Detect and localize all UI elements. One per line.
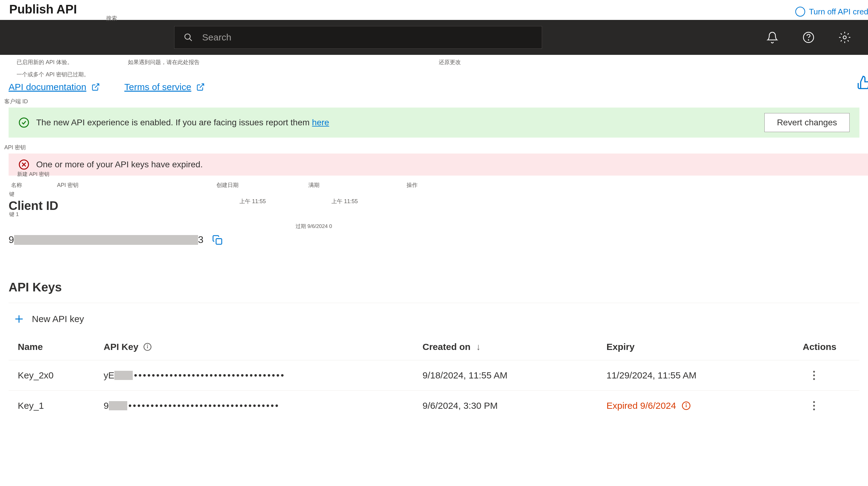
top-bar [0, 20, 868, 55]
th-api-key[interactable]: API Key [104, 342, 423, 352]
links-row: API documentation Terms of service [0, 82, 868, 97]
report-here-link[interactable]: here [312, 118, 329, 127]
small-table-header-cn: 名称 API 密钥 创建日期 满期 操作 [0, 178, 868, 192]
svg-point-5 [843, 36, 846, 39]
key-value: 9 •••••••••••••••••••••••••••••••••• [104, 400, 423, 411]
expired-small-cn: 过期 9/6/2024 0 [296, 223, 868, 230]
success-banner: The new API experience is enabled. If yo… [8, 107, 860, 138]
api-key-cn-label: API 密钥 [0, 138, 868, 152]
thumbs-up-icon[interactable] [856, 75, 868, 91]
revert-changes-button[interactable]: Revert changes [764, 113, 849, 132]
svg-point-0 [796, 7, 805, 16]
table-header: Name API Key Created on ↓ Expiry Actions [8, 331, 860, 360]
key-actions [803, 401, 850, 410]
external-link-icon [91, 83, 100, 91]
key-expiry: 11/29/2024, 11:55 AM [607, 370, 803, 381]
key-actions [803, 371, 850, 380]
terms-label: Terms of service [124, 82, 191, 92]
key-expiry-expired: Expired 9/6/2024 [607, 400, 803, 411]
page-title: Publish API [9, 2, 77, 16]
small-table-row: 上午 11:55 上午 11:55 [0, 198, 868, 205]
th-expiry[interactable]: Expiry [607, 342, 803, 352]
client-id-value-row: 9 3 [0, 230, 868, 250]
key-value: yE •••••••••••••••••••••••••••••••••• [104, 370, 423, 381]
api-keys-heading: API Keys [0, 250, 868, 298]
key-created: 9/6/2024, 3:30 PM [423, 400, 607, 411]
chinese-info-3: 还原更改 [439, 59, 461, 66]
api-keys-table: Name API Key Created on ↓ Expiry Actions… [0, 331, 868, 421]
svg-point-17 [148, 345, 148, 345]
key-label-cn: 键 [0, 191, 868, 198]
client-id-prefix: 9 [8, 234, 14, 246]
svg-point-8 [19, 118, 29, 127]
time-2: 上午 11:55 [332, 198, 430, 205]
external-link-icon [196, 83, 205, 91]
success-check-icon [19, 117, 29, 128]
client-id-cn-label: 客户端 ID [0, 97, 868, 106]
new-api-key-label: New API key [32, 314, 84, 324]
stop-circle-icon [795, 6, 806, 17]
svg-line-6 [95, 84, 99, 88]
section-divider [8, 303, 860, 303]
search-label-cn: 搜索 [106, 15, 117, 22]
table-row: Key_2x0 yE •••••••••••••••••••••••••••••… [8, 360, 860, 390]
key-name: Key_2x0 [18, 370, 104, 381]
success-banner-text: The new API experience is enabled. If yo… [36, 118, 329, 127]
copy-icon[interactable] [212, 235, 223, 245]
notification-icon[interactable] [766, 31, 778, 43]
th-created-cn: 创建日期 [216, 182, 308, 189]
help-icon[interactable] [802, 31, 815, 43]
client-id-mask [14, 235, 198, 245]
chinese-info-row: 已启用新的 API 体验。 如果遇到问题，请在此处报告 还原更改 [0, 55, 868, 70]
chinese-expired-row: 一个或多个 API 密钥已过期。 [0, 70, 868, 82]
search-container[interactable] [174, 26, 542, 49]
new-api-key-cn-label: 新建 API 密钥 [0, 171, 868, 178]
time-1: 上午 11:55 [240, 198, 332, 205]
chinese-info-1: 已启用新的 API 体验。 [17, 59, 73, 66]
api-doc-label: API documentation [8, 82, 87, 92]
svg-point-1 [185, 34, 190, 39]
key1-label-cn: 键 1 [0, 211, 868, 218]
alert-info-icon[interactable] [682, 401, 691, 410]
error-banner-text: One or more of your API keys have expire… [36, 160, 203, 169]
key-created: 9/18/2024, 11:55 AM [423, 370, 607, 381]
info-icon[interactable] [143, 343, 152, 351]
search-icon [184, 32, 193, 42]
th-apikey-cn: API 密钥 [57, 182, 216, 189]
th-expiry-cn: 满期 [308, 182, 407, 189]
sort-descending-icon: ↓ [476, 342, 481, 352]
chinese-info-2: 如果遇到问题，请在此处报告 [128, 59, 199, 66]
search-input[interactable] [202, 32, 533, 42]
key-name: Key_1 [18, 400, 104, 411]
settings-icon[interactable] [839, 31, 851, 43]
kebab-menu[interactable] [813, 371, 815, 380]
th-name-cn: 名称 [11, 182, 57, 189]
th-actions: Actions [803, 342, 850, 352]
table-row: Key_1 9 ••••••••••••••••••••••••••••••••… [8, 390, 860, 421]
th-actions-cn: 操作 [407, 182, 453, 189]
svg-line-2 [189, 39, 192, 41]
svg-line-7 [200, 84, 204, 88]
client-id-value: 9 3 [8, 234, 204, 246]
error-circle-icon [19, 159, 29, 170]
kebab-menu[interactable] [813, 401, 815, 410]
th-name[interactable]: Name [18, 342, 104, 352]
terms-of-service-link[interactable]: Terms of service [124, 82, 205, 92]
svg-rect-12 [216, 238, 221, 244]
new-api-key-button[interactable]: New API key [0, 307, 868, 331]
svg-point-4 [808, 40, 809, 40]
turn-off-label: Turn off API creden [809, 7, 868, 17]
turn-off-credentials-link[interactable]: Turn off API creden [795, 6, 868, 17]
th-created-on[interactable]: Created on ↓ [423, 342, 607, 352]
api-documentation-link[interactable]: API documentation [8, 82, 100, 92]
client-id-suffix: 3 [198, 234, 204, 246]
plus-icon [13, 314, 25, 325]
